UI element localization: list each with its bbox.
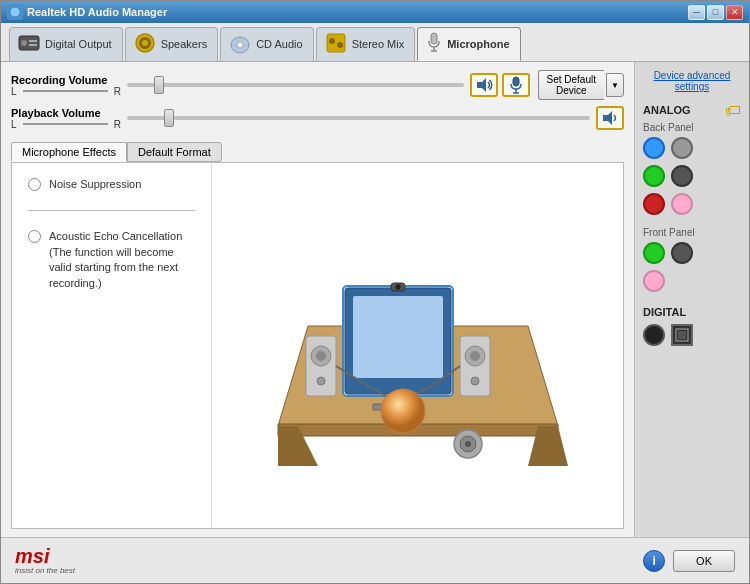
- default-device-area: Set DefaultDevice ▼: [538, 70, 624, 100]
- sub-tabs: Microphone Effects Default Format: [11, 142, 624, 162]
- acoustic-echo-line1: Acoustic Echo Cancellation: [49, 229, 182, 244]
- recording-volume-label: Recording Volume: [11, 74, 121, 86]
- tab-cd-audio[interactable]: CD Audio: [220, 27, 313, 61]
- acoustic-echo-line4: recording.): [49, 276, 182, 291]
- connector-green-back[interactable]: [643, 165, 665, 187]
- center-panel: Recording Volume L R: [1, 62, 634, 537]
- digital-connector-square[interactable]: [671, 324, 693, 346]
- microphone-icon: [426, 31, 442, 56]
- ok-button[interactable]: OK: [673, 550, 735, 572]
- connector-blue-back[interactable]: [643, 137, 665, 159]
- svg-marker-16: [477, 78, 486, 92]
- playback-volume-row: Playback Volume L R: [11, 106, 624, 130]
- svg-point-32: [395, 284, 401, 290]
- digital-connector-round[interactable]: [643, 324, 665, 346]
- recording-volume-mic-btn[interactable]: [502, 73, 530, 97]
- cd-audio-icon: [229, 32, 251, 57]
- digital-output-icon: [18, 32, 40, 57]
- playback-volume-icons: [596, 106, 624, 130]
- recording-volume-icons: [470, 73, 530, 97]
- playback-volume-label: Playback Volume: [11, 107, 121, 119]
- playback-lr-labels: L R: [11, 119, 121, 130]
- svg-point-41: [381, 389, 425, 433]
- sub-tab-default-format[interactable]: Default Format: [127, 142, 222, 162]
- digital-label: DIGITAL: [643, 306, 741, 318]
- acoustic-echo-radio[interactable]: [28, 230, 41, 243]
- connector-pink-front[interactable]: [643, 270, 665, 292]
- playback-volume-section: Playback Volume L R: [11, 106, 624, 132]
- svg-point-2: [21, 40, 27, 46]
- minimize-button[interactable]: ─: [688, 5, 705, 20]
- connector-red-back[interactable]: [643, 193, 665, 215]
- msi-logo: msi insist on the best: [15, 546, 75, 575]
- effects-left-panel: Noise Suppression Acoustic Echo Cancella…: [12, 163, 212, 528]
- app-icon: [7, 4, 23, 20]
- playback-volume-slider-container: [127, 116, 590, 120]
- recording-volume-speaker-btn[interactable]: [470, 73, 498, 97]
- connector-green-front[interactable]: [643, 242, 665, 264]
- tab-speakers[interactable]: Speakers: [125, 27, 218, 61]
- playback-volume-thumb[interactable]: [164, 109, 174, 127]
- set-default-device-dropdown[interactable]: ▼: [606, 73, 624, 97]
- recording-volume-slider[interactable]: [127, 83, 464, 87]
- svg-point-0: [10, 7, 20, 17]
- title-bar: Realtek HD Audio Manager ─ □ ✕: [1, 1, 749, 23]
- svg-rect-10: [327, 34, 345, 52]
- close-button[interactable]: ✕: [726, 5, 743, 20]
- connector-pink-back[interactable]: [671, 193, 693, 215]
- msi-brand-text: msi: [15, 546, 75, 566]
- tabs-row: Digital Output Speakers CD Audio Stereo …: [1, 23, 749, 62]
- playback-volume-speaker-btn[interactable]: [596, 106, 624, 130]
- playback-volume-slider[interactable]: [127, 116, 590, 120]
- recording-volume-slider-container: [127, 83, 464, 87]
- illustration-area: [212, 163, 623, 528]
- bottom-right-controls: i OK: [643, 550, 735, 572]
- svg-point-9: [237, 42, 243, 48]
- svg-marker-20: [603, 111, 612, 125]
- info-button[interactable]: i: [643, 550, 665, 572]
- tab-stereo-mix[interactable]: Stereo Mix: [316, 27, 416, 61]
- recording-volume-section: Recording Volume L R: [11, 70, 624, 102]
- device-advanced-settings-link[interactable]: Device advanced settings: [643, 70, 741, 92]
- main-content: Recording Volume L R: [1, 62, 749, 537]
- tab-stereo-mix-label: Stereo Mix: [352, 38, 405, 50]
- window-title: Realtek HD Audio Manager: [27, 6, 167, 18]
- effects-divider: [28, 210, 195, 211]
- right-panel: Device advanced settings ANALOG 🏷 Back P…: [634, 62, 749, 537]
- digital-connectors-row: [643, 324, 741, 346]
- svg-point-35: [316, 351, 326, 361]
- svg-point-12: [337, 42, 343, 48]
- connector-gray-back[interactable]: [671, 137, 693, 159]
- analog-ribbon-icon: 🏷: [725, 102, 741, 120]
- speakers-icon: [134, 32, 156, 57]
- maximize-button[interactable]: □: [707, 5, 724, 20]
- svg-rect-17: [513, 77, 519, 86]
- noise-suppression-row: Noise Suppression: [28, 177, 195, 192]
- tab-digital-output[interactable]: Digital Output: [9, 27, 123, 61]
- analog-label: ANALOG: [643, 104, 691, 116]
- svg-rect-29: [353, 296, 443, 378]
- back-panel-connectors-row2: [643, 165, 741, 187]
- tab-microphone[interactable]: Microphone: [417, 27, 520, 61]
- svg-rect-46: [678, 331, 686, 339]
- back-panel-label: Back Panel: [643, 122, 741, 133]
- front-panel-label: Front Panel: [643, 227, 741, 238]
- svg-point-39: [470, 351, 480, 361]
- acoustic-echo-label-block: Acoustic Echo Cancellation (The function…: [49, 229, 182, 291]
- svg-point-44: [465, 441, 471, 447]
- noise-suppression-label: Noise Suppression: [49, 177, 141, 192]
- acoustic-echo-line3: valid starting from the next: [49, 260, 182, 275]
- set-default-device-button[interactable]: Set DefaultDevice: [538, 70, 604, 100]
- svg-point-40: [471, 377, 479, 385]
- tab-speakers-label: Speakers: [161, 38, 207, 50]
- effects-area: Noise Suppression Acoustic Echo Cancella…: [11, 162, 624, 529]
- front-panel-connectors-row1: [643, 242, 741, 264]
- noise-suppression-radio[interactable]: [28, 178, 41, 191]
- acoustic-echo-line2: (The function will become: [49, 245, 182, 260]
- svg-rect-13: [431, 33, 437, 44]
- connector-dark-front[interactable]: [671, 242, 693, 264]
- connector-dark-back[interactable]: [671, 165, 693, 187]
- sub-tab-microphone-effects[interactable]: Microphone Effects: [11, 142, 127, 162]
- recording-volume-thumb[interactable]: [154, 76, 164, 94]
- front-panel-connectors-row2: [643, 270, 741, 292]
